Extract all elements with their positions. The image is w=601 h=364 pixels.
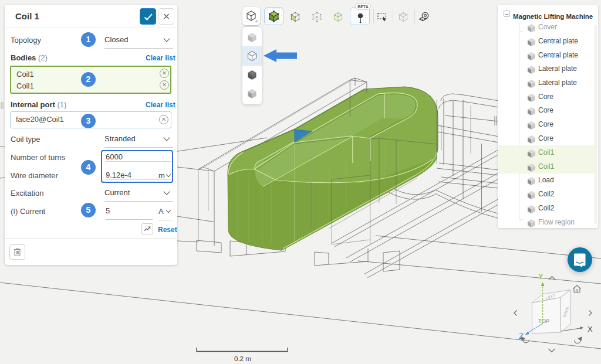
svg-text:TOP: TOP — [538, 318, 549, 324]
svg-text:0.2 m: 0.2 m — [234, 355, 251, 362]
svg-text:Y: Y — [538, 272, 543, 281]
svg-text:X: X — [588, 325, 593, 334]
